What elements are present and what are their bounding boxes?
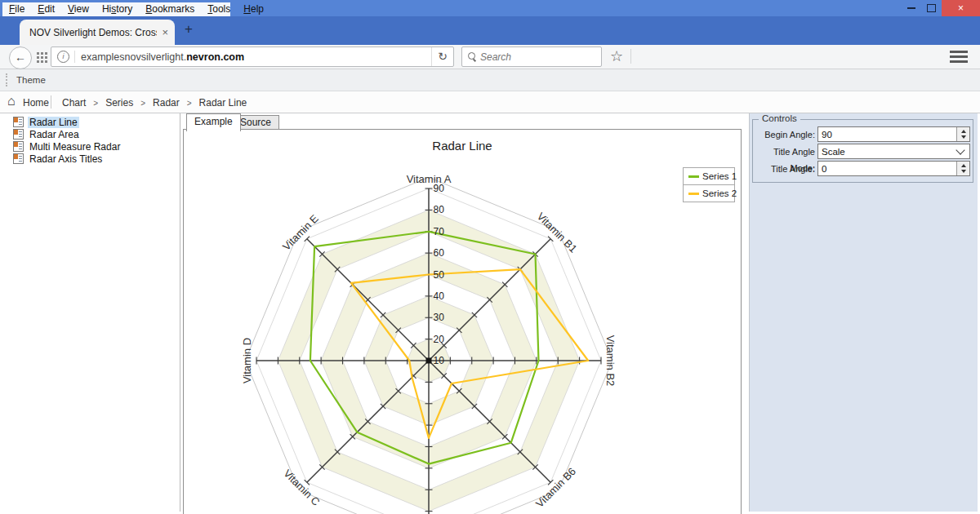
svg-text:80: 80 (434, 204, 445, 215)
svg-text:10: 10 (434, 355, 445, 366)
menu-edit[interactable]: Edit (31, 2, 61, 16)
tab-close-icon[interactable]: × (162, 26, 168, 38)
close-button[interactable]: × (942, 0, 980, 16)
svg-text:Vitamin D: Vitamin D (241, 338, 253, 383)
firefox-window: File Edit View History Bookmarks Tools H… (0, 0, 980, 514)
begin-angle-label: Begin Angle: (752, 126, 815, 143)
maximize-icon (927, 4, 936, 12)
site-info-icon[interactable]: i (57, 51, 69, 63)
menu-file[interactable]: File (2, 2, 31, 16)
tree-item-radar-axis-titles[interactable]: Radar Axis Titles (13, 153, 104, 165)
chevron-down-icon (956, 145, 964, 154)
menu-tools[interactable]: Tools (201, 2, 237, 16)
toolbar-grip[interactable] (6, 73, 7, 86)
chart-panel: 102030405060708090Vitamin AVitamin B1Vit… (183, 129, 742, 514)
tree-item-radar-line[interactable]: Radar Line (13, 116, 79, 128)
example-page-icon (13, 129, 24, 140)
svg-text:60: 60 (434, 247, 445, 259)
back-button[interactable]: ← (9, 47, 32, 69)
browser-tab[interactable]: NOV Silverlight Demos: Cross-... × (20, 20, 175, 45)
series1-color-dash (688, 175, 699, 178)
title-angle-field (817, 161, 970, 176)
search-input[interactable] (479, 51, 601, 64)
svg-text:30: 30 (434, 312, 445, 323)
spinner-down-icon[interactable] (961, 170, 966, 173)
menu-bookmarks[interactable]: Bookmarks (139, 2, 201, 16)
tree-item-label: Multi Measure Radar (28, 141, 122, 153)
menu-help[interactable]: Help (237, 2, 270, 16)
url-bar[interactable]: i examplesnovsilverlight.nevron.com ↻ (51, 47, 454, 67)
example-page-icon (13, 117, 24, 127)
example-page-icon (13, 153, 24, 164)
tree-item-label: Radar Area (28, 129, 81, 140)
search-bar[interactable] (461, 47, 602, 67)
breadcrumb-item-radar[interactable]: Radar (153, 97, 180, 109)
breadcrumb-divider (51, 95, 51, 109)
minimize-button[interactable] (903, 0, 920, 16)
tab-title: NOV Silverlight Demos: Cross-... (29, 27, 157, 38)
example-tree-panel: Radar Line Radar Area Multi Measure Rada… (2, 113, 179, 512)
chart-legend: Series 1 Series 2 (683, 168, 735, 202)
new-tab-button[interactable]: + (185, 21, 193, 38)
maximize-button[interactable] (923, 0, 939, 16)
home-icon[interactable]: ⌂ (7, 94, 16, 109)
tree-item-label: Radar Line (28, 117, 79, 128)
title-angle-mode-value: Scale (818, 147, 957, 157)
controls-panel-divider (749, 113, 750, 512)
title-angle-label: Title Angle: (752, 161, 815, 177)
menu-view[interactable]: View (61, 2, 96, 16)
theme-toolbar (0, 69, 980, 91)
reload-icon[interactable]: ↻ (431, 47, 453, 66)
breadcrumb: Chart > Series > Radar > Radar Line (62, 97, 247, 109)
svg-text:70: 70 (434, 226, 445, 237)
search-icon (468, 52, 475, 60)
svg-text:50: 50 (434, 269, 445, 281)
title-angle-stepper[interactable] (956, 162, 969, 175)
begin-angle-field (817, 126, 970, 142)
menu-bar: File Edit View History Bookmarks Tools H… (2, 2, 230, 16)
breadcrumb-separator: > (93, 99, 98, 108)
breadcrumb-item-series[interactable]: Series (105, 97, 133, 109)
svg-text:Vitamin A: Vitamin A (407, 173, 452, 185)
title-angle-input[interactable] (818, 164, 956, 174)
series2-color-dash (688, 193, 699, 195)
spinner-up-icon[interactable] (961, 164, 966, 167)
breadcrumb-separator: > (187, 99, 192, 108)
begin-angle-stepper[interactable] (956, 127, 969, 141)
breadcrumb-home[interactable]: Home (23, 97, 49, 109)
chart-title: Radar Line (184, 139, 741, 153)
minimize-icon (907, 7, 915, 9)
controls-groupbox-title: Controls (759, 113, 800, 123)
spinner-up-icon[interactable] (961, 130, 966, 133)
example-page-icon (13, 141, 24, 152)
title-angle-mode-select[interactable]: Scale (817, 144, 970, 159)
radar-chart: 102030405060708090Vitamin AVitamin B1Vit… (184, 130, 741, 514)
toolbar-divider (630, 49, 631, 64)
legend-item-series2: Series 2 (683, 184, 735, 202)
tree-item-label: Radar Axis Titles (28, 153, 104, 165)
begin-angle-input[interactable] (818, 130, 956, 140)
bookmark-star-icon[interactable]: ☆ (610, 47, 623, 65)
svg-text:Vitamin B2: Vitamin B2 (604, 335, 617, 387)
spinner-down-icon[interactable] (961, 135, 966, 139)
panel-divider[interactable] (180, 113, 180, 512)
menu-history[interactable]: History (96, 2, 139, 16)
svg-text:40: 40 (434, 290, 445, 302)
menu-hamburger-icon[interactable] (950, 51, 968, 53)
url-text: examplesnovsilverlight.nevron.com (81, 51, 431, 63)
legend-item-series1: Series 1 (683, 167, 735, 185)
url-divider (74, 51, 75, 63)
breadcrumb-item-radar-line[interactable]: Radar Line (199, 97, 247, 109)
tab-example[interactable]: Example (186, 113, 241, 131)
theme-button[interactable]: Theme (16, 75, 46, 85)
breadcrumb-separator: > (140, 99, 145, 108)
breadcrumb-item-chart[interactable]: Chart (62, 97, 86, 109)
tree-item-multi-measure-radar[interactable]: Multi Measure Radar (13, 140, 122, 153)
tree-item-radar-area[interactable]: Radar Area (13, 128, 81, 140)
svg-text:20: 20 (434, 334, 445, 345)
grid-icon[interactable] (37, 52, 39, 55)
